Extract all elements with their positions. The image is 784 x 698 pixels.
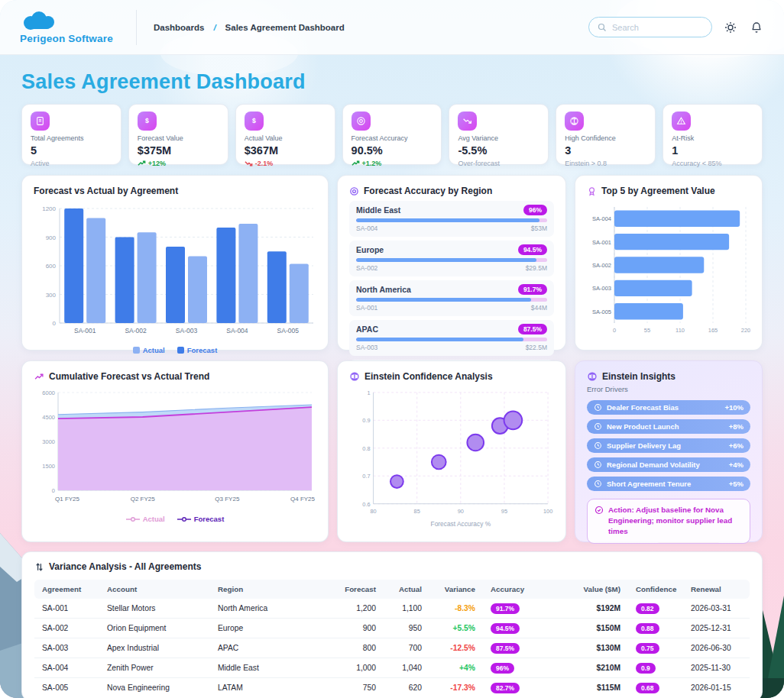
search-box[interactable] — [588, 17, 712, 37]
scatter-point[interactable] — [467, 435, 484, 451]
breadcrumb-current[interactable]: Sales Agreement Dashboard — [225, 23, 345, 32]
bar-forecast-sa-005[interactable] — [267, 251, 287, 323]
scatter-point[interactable] — [504, 412, 523, 430]
hbar-sa-003[interactable] — [614, 280, 692, 296]
bar-actual-sa-004[interactable] — [238, 224, 258, 323]
bar-actual-sa-002[interactable] — [138, 232, 157, 323]
confidence-pill: 0.68 — [636, 683, 659, 693]
legend-forecast: Forecast — [177, 346, 218, 354]
notifications-button[interactable] — [749, 20, 764, 35]
hbar-sa-005[interactable] — [614, 303, 683, 319]
cell-renewal: 2025-12-31 — [683, 619, 750, 638]
error-driver-short-agreement-tenure[interactable]: Short Agreement Tenure +5% — [587, 477, 750, 491]
bar-actual-sa-001[interactable] — [86, 218, 105, 324]
svg-text:0: 0 — [613, 327, 616, 334]
cell-accuracy: 82.7% — [483, 678, 548, 697]
table-row-sa-004[interactable]: SA-004 Zenith Power Middle East 1,000 1,… — [34, 658, 750, 677]
panel-einstein-insights: Einstein Insights Error Drivers Dealer F… — [575, 360, 763, 542]
bar-forecast-sa-004[interactable] — [216, 228, 235, 323]
search-input[interactable] — [612, 23, 696, 32]
confidence-pill: 0.88 — [636, 623, 659, 634]
column-header-confidence: Confidence — [628, 580, 683, 599]
accuracy-progressbar — [356, 258, 547, 262]
scatter-point[interactable] — [390, 475, 403, 488]
cell-variance: +4% — [429, 658, 483, 677]
accuracy-pill: 82.7% — [491, 683, 520, 693]
clock-icon — [594, 480, 602, 488]
panel-forecast-vs-actual: Forecast vs Actual by Agreement 03006009… — [21, 175, 329, 351]
confidence-pill: 0.9 — [636, 663, 656, 674]
hbar-sa-004[interactable] — [614, 211, 740, 227]
svg-text:3000: 3000 — [42, 438, 55, 445]
theme-toggle-button[interactable] — [723, 20, 738, 35]
svg-text:SA-001: SA-001 — [74, 327, 96, 334]
error-driver-dealer-forecast-bias[interactable]: Dealer Forecast Bias +10% — [587, 400, 750, 415]
kpi-subtext: Einstein > 0.8 — [565, 160, 646, 167]
svg-text:$: $ — [252, 117, 256, 124]
bar-actual-sa-005[interactable] — [290, 264, 309, 324]
hbar-sa-002[interactable] — [614, 257, 704, 273]
table-row-sa-005[interactable]: SA-005 Nova Engineering LATAM 750 620 -1… — [34, 677, 750, 697]
brand-logo[interactable]: Perigeon Software — [0, 11, 136, 44]
table-header-row: AgreementAccountRegionForecastActualVari… — [34, 580, 750, 599]
kpi-value: 1 — [672, 144, 753, 157]
column-header-accuracy: Accuracy — [483, 580, 548, 599]
region-name: North America — [356, 285, 411, 294]
region-value: $53M — [531, 225, 547, 232]
cell-account: Apex Industrial — [99, 638, 210, 658]
bar-forecast-sa-003[interactable] — [166, 247, 185, 323]
column-header-account: Account — [99, 580, 210, 599]
area-chart: 01500300045006000Q1 FY25Q2 FY25Q3 FY25Q4… — [34, 386, 316, 513]
cloud-logo-icon — [20, 11, 60, 32]
cell-value: $150M — [548, 619, 628, 638]
brain-icon — [565, 111, 584, 131]
table-row-sa-001[interactable]: SA-001 Stellar Motors North America 1,20… — [34, 599, 750, 618]
bar-actual-sa-003[interactable] — [188, 257, 207, 324]
accuracy-progressbar — [356, 218, 547, 222]
brand-name: Perigeon Software — [20, 33, 113, 44]
kpi-value: $375M — [138, 144, 219, 157]
cell-confidence: 0.9 — [628, 658, 683, 677]
kpi-card-avg-variance: Avg Variance -5.5% Over-forecast — [449, 104, 549, 165]
brain-icon — [349, 371, 360, 382]
kpi-value: $367M — [245, 144, 326, 157]
bar-forecast-sa-001[interactable] — [64, 208, 83, 323]
cell-variance: -8.3% — [429, 599, 483, 618]
brain-icon — [587, 371, 598, 382]
panel-title: Forecast Accuracy by Region — [364, 186, 492, 196]
table-row-sa-003[interactable]: SA-003 Apex Industrial APAC 800 700 -12.… — [34, 638, 750, 658]
svg-text:6000: 6000 — [42, 389, 55, 396]
svg-text:110: 110 — [675, 327, 685, 334]
kpi-card-total-agreements: Total Agreements 5 Active — [21, 104, 121, 165]
panel-title: Einstein Insights — [602, 371, 675, 382]
svg-text:80: 80 — [370, 508, 376, 515]
svg-text:55: 55 — [644, 327, 650, 334]
region-row-europe: Europe 94.5% SA-002 $29.5M — [349, 241, 554, 276]
svg-text:Q1 FY25: Q1 FY25 — [55, 496, 80, 502]
error-driver-regional-demand-volatility[interactable]: Regional Demand Volatility +4% — [587, 457, 750, 472]
svg-text:220: 220 — [741, 327, 750, 334]
clock-icon — [594, 441, 602, 450]
hbar-sa-001[interactable] — [614, 234, 729, 250]
error-driver-supplier-delivery-lag[interactable]: Supplier Delivery Lag +6% — [587, 438, 750, 453]
cell-agreement: SA-004 — [34, 658, 99, 677]
column-header-region: Region — [210, 580, 329, 599]
error-driver-new-product-launch[interactable]: New Product Launch +8% — [587, 419, 750, 434]
scatter-point[interactable] — [432, 455, 446, 470]
svg-text:SA-005: SA-005 — [592, 309, 611, 315]
panel-top5-value: Top 5 by Agreement Value 055110165220SA-… — [575, 175, 763, 351]
region-value: $22.5M — [526, 344, 547, 351]
kpi-label: Avg Variance — [458, 134, 539, 142]
cell-variance: -17.3% — [429, 678, 483, 697]
region-row-apac: APAC 87.5% SA-003 $22.5M — [349, 320, 554, 356]
horizontal-bar-chart: 055110165220SA-004SA-001SA-002SA-003SA-0… — [587, 201, 750, 341]
bar-forecast-sa-002[interactable] — [115, 238, 134, 324]
breadcrumb-dashboards[interactable]: Dashboards — [154, 23, 204, 32]
breadcrumb-separator: / — [213, 23, 215, 32]
scatter-chart-svg: 808590951000.60.70.80.91Forecast Accurac… — [349, 386, 554, 531]
cell-forecast: 1,000 — [329, 658, 384, 677]
panel-title: Top 5 by Agreement Value — [601, 186, 715, 196]
cell-region: Europe — [210, 619, 329, 638]
cell-confidence: 0.68 — [628, 678, 683, 697]
table-row-sa-002[interactable]: SA-002 Orion Equipment Europe 900 950 +5… — [34, 618, 750, 638]
